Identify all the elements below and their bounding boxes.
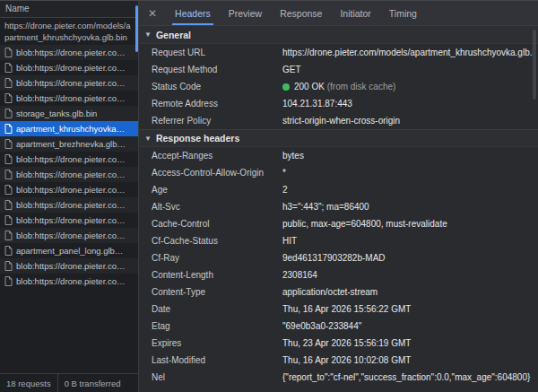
- close-icon[interactable]: ✕: [139, 1, 166, 25]
- request-row[interactable]: apartment_panel_long.glb…: [0, 243, 138, 258]
- header-value: 2308164: [282, 269, 533, 281]
- header-value: {"report_to":"cf-nel","success_fraction"…: [282, 371, 533, 383]
- request-row[interactable]: apartment_khrushchyovka…: [0, 121, 138, 136]
- name-column-label: Name: [5, 4, 30, 13]
- document-icon: [4, 261, 13, 271]
- section-header[interactable]: ▼ Response headers: [139, 129, 538, 147]
- request-row[interactable]: storage_tanks.glb.bin: [0, 106, 138, 121]
- network-summary-bar: 18 requests 0 B transferred: [0, 373, 138, 392]
- request-row[interactable]: blob:https://drone.pieter.co…: [0, 75, 138, 91]
- document-icon: [4, 215, 13, 225]
- header-key: Referrer Policy: [152, 115, 277, 126]
- devtools-network-panel: Name https://drone.pieter.com/models/apa…: [0, 0, 538, 392]
- request-name: blob:https://drone.pieter.co…: [16, 185, 125, 195]
- request-name: blob:https://drone.pieter.co…: [16, 78, 125, 88]
- request-row[interactable]: blob:https://drone.pieter.co…: [0, 152, 138, 167]
- header-rows: Request URL https://drone.pieter.com/mod…: [139, 44, 538, 129]
- tab-preview[interactable]: Preview: [220, 1, 271, 25]
- request-row[interactable]: blob:https://drone.pieter.co…: [0, 60, 138, 75]
- header-value: Thu, 16 Apr 2026 15:56:22 GMT: [282, 303, 533, 315]
- request-name: apartment_brezhnevka.glb…: [16, 139, 126, 149]
- request-row[interactable]: apartment_brezhnevka.glb…: [0, 136, 138, 152]
- header-row: Cache-Control public, max-age=604800, mu…: [139, 215, 538, 232]
- request-row[interactable]: https://drone.pieter.com/models/apartmen…: [0, 18, 138, 45]
- document-icon: [4, 78, 13, 88]
- tab-timing[interactable]: Timing: [380, 1, 426, 25]
- request-row[interactable]: blob:https://drone.pieter.co…: [0, 274, 138, 289]
- header-key: Accept-Ranges: [152, 150, 277, 161]
- request-row[interactable]: blob:https://drone.pieter.co…: [0, 182, 138, 197]
- header-value: 104.21.31.87:443: [282, 98, 533, 109]
- headers-sections: ▼ General Request URL https://drone.piet…: [139, 26, 538, 392]
- request-name: apartment_khrushchyovka…: [16, 124, 125, 134]
- header-key: Nel: [152, 371, 277, 383]
- header-value: *: [282, 167, 533, 179]
- request-name: blob:https://drone.pieter.co…: [16, 200, 125, 210]
- headers-section: ▼ General Request URL https://drone.piet…: [139, 26, 538, 129]
- request-row[interactable]: blob:https://drone.pieter.co…: [0, 91, 138, 106]
- document-icon: [4, 139, 13, 149]
- header-row: Status Code 200 OK (from disk cache): [139, 78, 538, 95]
- request-name: blob:https://drone.pieter.co…: [16, 48, 125, 57]
- header-row: Referrer Policy strict-origin-when-cross…: [139, 112, 538, 129]
- request-row[interactable]: blob:https://drone.pieter.co…: [0, 213, 138, 228]
- request-name: blob:https://drone.pieter.co…: [16, 170, 125, 179]
- header-row: Content-Length 2308164: [139, 266, 538, 283]
- request-row[interactable]: blob:https://drone.pieter.co…: [0, 45, 138, 60]
- header-value: bytes: [282, 150, 533, 161]
- header-rows: Accept-Ranges bytes Access-Control-Allow…: [139, 147, 538, 386]
- request-row[interactable]: blob:https://drone.pieter.co…: [0, 228, 138, 243]
- status-ok-dot-icon: [282, 83, 290, 91]
- request-name: blob:https://drone.pieter.co…: [16, 276, 125, 286]
- request-row[interactable]: blob:https://drone.pieter.co…: [0, 167, 138, 182]
- request-list-panel: Name https://drone.pieter.com/models/apa…: [0, 1, 139, 392]
- details-scrollbar-thumb[interactable]: [533, 30, 536, 100]
- header-value: h3=":443"; ma=86400: [282, 201, 533, 213]
- request-name: blob:https://drone.pieter.co…: [16, 63, 125, 73]
- requests-count: 18 requests: [0, 374, 58, 392]
- header-key: Last-Modified: [152, 354, 277, 366]
- status-cache-note: (from disk cache): [325, 82, 395, 91]
- tab-initiator[interactable]: Initiator: [331, 1, 379, 25]
- header-value: 9ed461317903282b-MAD: [282, 252, 533, 264]
- header-value: Thu, 16 Apr 2026 10:02:08 GMT: [282, 354, 533, 366]
- header-row: Accept-Ranges bytes: [139, 147, 538, 164]
- list-scrollbar-thumb[interactable]: [135, 5, 138, 52]
- header-row: Access-Control-Allow-Origin *: [139, 164, 538, 181]
- request-list: https://drone.pieter.com/models/apartmen…: [0, 18, 138, 373]
- document-icon: [4, 200, 13, 210]
- tab-headers[interactable]: Headers: [166, 1, 220, 25]
- request-name: blob:https://drone.pieter.co…: [16, 231, 125, 240]
- name-column-header[interactable]: Name: [0, 1, 138, 18]
- transferred-size: 0 B transferred: [58, 374, 127, 392]
- request-row[interactable]: blob:https://drone.pieter.co…: [0, 258, 138, 274]
- header-key: Remote Address: [152, 98, 277, 109]
- header-key: Cf-Cache-Status: [152, 235, 277, 247]
- document-icon: [4, 109, 13, 118]
- header-key: Content-Length: [152, 269, 277, 281]
- document-icon: [4, 124, 13, 134]
- disclosure-triangle-icon: ▼: [144, 135, 152, 143]
- document-icon: [4, 185, 13, 195]
- header-row: Last-Modified Thu, 16 Apr 2026 10:02:08 …: [139, 352, 538, 369]
- header-row: Age 2: [139, 181, 538, 198]
- header-key: Status Code: [152, 81, 277, 92]
- header-value: public, max-age=604800, must-revalidate: [282, 218, 533, 230]
- header-row: Cf-Ray 9ed461317903282b-MAD: [139, 249, 538, 266]
- header-row: Nel {"report_to":"cf-nel","success_fract…: [139, 369, 538, 386]
- section-header[interactable]: ▼ General: [139, 26, 538, 44]
- document-icon: [4, 63, 13, 73]
- header-row: Expires Thu, 23 Apr 2026 15:56:19 GMT: [139, 335, 538, 352]
- request-details-panel: ✕ HeadersPreviewResponseInitiatorTiming …: [139, 1, 538, 392]
- request-row[interactable]: blob:https://drone.pieter.co…: [0, 197, 138, 213]
- header-key: Alt-Svc: [152, 201, 277, 213]
- header-value: HIT: [282, 235, 533, 247]
- request-name: https://drone.pieter.com/models/apartmen…: [4, 20, 134, 43]
- disclosure-triangle-icon: ▼: [144, 30, 152, 39]
- header-value: https://drone.pieter.com/models/apartmen…: [282, 47, 533, 58]
- header-key: Date: [152, 303, 277, 315]
- document-icon: [4, 154, 13, 164]
- header-key: Access-Control-Allow-Origin: [152, 167, 277, 179]
- tab-response[interactable]: Response: [271, 1, 331, 25]
- header-value: "69e0b3a0-233844": [282, 320, 533, 332]
